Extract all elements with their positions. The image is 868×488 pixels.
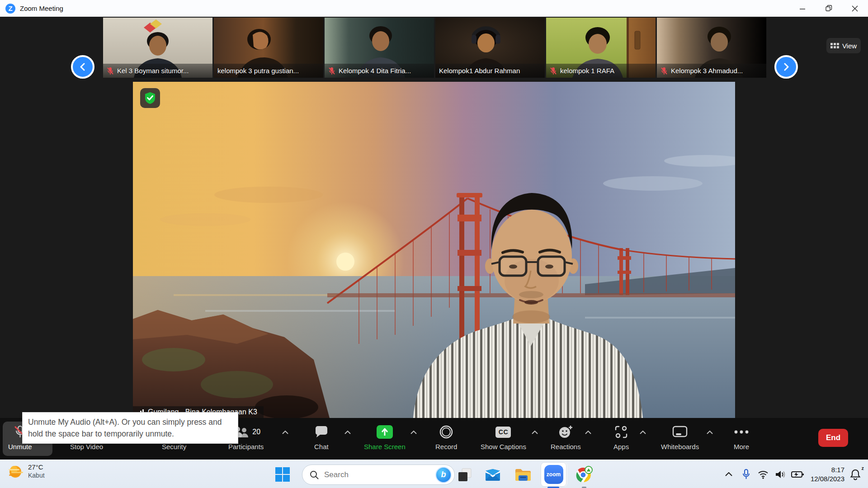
- more-label: More: [734, 443, 749, 450]
- meeting-security-badge[interactable]: [140, 88, 160, 108]
- chat-button[interactable]: Chat: [314, 424, 329, 450]
- apps-button[interactable]: Apps: [613, 424, 629, 450]
- window-titlebar: Z Zoom Meeting: [0, 0, 868, 17]
- participants-count: 20: [252, 428, 260, 436]
- participant-name-bar: Kelompok1 Abdur Rahman: [435, 64, 545, 78]
- clock-date: 12/08/2023: [811, 474, 844, 483]
- restore-button[interactable]: [816, 0, 842, 17]
- participant-name: kelompok 1 RAFA: [560, 67, 614, 75]
- search-input[interactable]: [323, 470, 435, 480]
- whiteboards-label: Whiteboards: [661, 443, 699, 450]
- whiteboards-button[interactable]: Whiteboards: [661, 424, 699, 450]
- participant-thumbnail[interactable]: Kelompok 4 Dita Fitria...: [325, 18, 434, 78]
- apps-chevron-icon[interactable]: [640, 428, 646, 436]
- more-dots-icon: [733, 424, 750, 440]
- bing-chat-icon[interactable]: b: [435, 467, 452, 483]
- share-screen-label: Share Screen: [364, 443, 406, 450]
- chat-chevron-icon[interactable]: [344, 428, 351, 436]
- participant-name: Kelompok1 Abdur Rahman: [439, 67, 520, 75]
- record-icon: [439, 424, 453, 440]
- system-tray: 8:17 12/08/2023 z: [720, 460, 868, 488]
- share-screen-chevron-icon[interactable]: [410, 428, 417, 436]
- weather-haze-icon: [7, 463, 24, 479]
- more-button[interactable]: More: [733, 424, 750, 450]
- volume-icon[interactable]: [772, 465, 789, 483]
- weather-widget[interactable]: 27°C Kabut: [7, 463, 45, 479]
- stacked-squares-app-icon[interactable]: [456, 466, 474, 484]
- windows-logo-icon: [275, 467, 290, 482]
- view-label: View: [842, 42, 857, 50]
- clock-time: 8:17: [831, 465, 844, 474]
- zoom-meeting-window: Z Zoom Meeting: [0, 0, 868, 488]
- whiteboards-chevron-icon[interactable]: [707, 428, 713, 436]
- muted-mic-icon: [660, 67, 668, 75]
- record-button[interactable]: Record: [435, 424, 457, 450]
- security-label: Security: [162, 443, 186, 450]
- participant-name-bar: Kelompok 3 Ahmadud...: [657, 64, 766, 78]
- participants-label: Participants: [228, 443, 264, 450]
- file-explorer-icon[interactable]: [514, 466, 532, 484]
- participant-name: kelompok 3 putra gustian...: [217, 67, 299, 75]
- tray-overflow-chevron-icon[interactable]: [720, 465, 737, 483]
- cc-icon: CC: [495, 427, 511, 438]
- shield-check-icon: [144, 92, 156, 104]
- show-captions-button[interactable]: CC Show Captions: [481, 424, 526, 450]
- show-captions-label: Show Captions: [481, 443, 526, 450]
- taskbar-clock[interactable]: 8:17 12/08/2023: [811, 465, 844, 483]
- apps-icon: [614, 424, 628, 440]
- participants-chevron-icon[interactable]: [282, 428, 288, 436]
- bell-zz-glyph: z: [862, 465, 864, 471]
- participant-thumbnail[interactable]: kelompok 1 RAFA: [546, 18, 656, 78]
- zoom-app-icon: zoom: [544, 465, 563, 484]
- battery-charging-icon[interactable]: [789, 465, 806, 483]
- participant-name-bar: kelompok 1 RAFA: [546, 64, 656, 78]
- search-icon: [310, 470, 319, 479]
- reactions-button[interactable]: Reactions: [551, 424, 581, 450]
- muted-mic-icon: [328, 67, 335, 75]
- chat-bubble-icon: [315, 424, 328, 440]
- share-screen-button[interactable]: Share Screen: [364, 424, 406, 450]
- reactions-label: Reactions: [551, 443, 581, 450]
- gallery-strip: Kel 3 Boyman situmor... kelompok 3 putra…: [103, 18, 766, 78]
- unmute-tooltip: Unmute My Audio (Alt+A). Or you can simp…: [22, 412, 238, 444]
- start-button[interactable]: [274, 466, 291, 483]
- notification-bell-dnd-icon[interactable]: z: [846, 465, 864, 483]
- unmute-label: Unmute: [8, 443, 32, 450]
- end-meeting-button[interactable]: End: [818, 429, 848, 447]
- meeting-area: Kel 3 Boyman situmor... kelompok 3 putra…: [0, 17, 868, 460]
- reactions-chevron-icon[interactable]: [585, 428, 591, 436]
- share-screen-icon: [377, 425, 393, 439]
- zoom-logo-icon: Z: [5, 4, 15, 14]
- zoom-taskbar-app[interactable]: zoom: [541, 462, 566, 487]
- muted-mic-icon: [107, 67, 114, 75]
- window-title: Zoom Meeting: [20, 5, 63, 12]
- chrome-app-icon[interactable]: [575, 466, 593, 484]
- muted-mic-icon: [550, 67, 557, 75]
- speaker-video-frame: [133, 82, 735, 418]
- participant-name: Kelompok 3 Ahmadud...: [671, 67, 743, 75]
- windows-taskbar: 27°C Kabut b zoom: [0, 460, 868, 488]
- gallery-prev-button[interactable]: [71, 55, 94, 79]
- record-label: Record: [435, 443, 457, 450]
- active-speaker-video[interactable]: Gumilang - Bina Kelembagaan K3: [133, 82, 735, 418]
- mail-app-icon[interactable]: [484, 466, 502, 484]
- mic-in-use-icon[interactable]: [737, 465, 755, 483]
- chat-label: Chat: [314, 443, 329, 450]
- apps-label: Apps: [613, 443, 629, 450]
- participant-name: Kelompok 4 Dita Fitria...: [339, 67, 411, 75]
- stop-video-label: Stop Video: [70, 443, 103, 450]
- participant-thumbnail[interactable]: Kel 3 Boyman situmor...: [103, 18, 212, 78]
- taskbar-search[interactable]: b: [302, 465, 455, 485]
- participant-thumbnail[interactable]: Kelompok1 Abdur Rahman: [435, 18, 545, 78]
- wifi-icon[interactable]: [755, 465, 772, 483]
- whiteboard-icon: [672, 424, 688, 440]
- gallery-next-button[interactable]: [774, 55, 798, 79]
- view-grid-icon: [830, 43, 839, 48]
- view-button[interactable]: View: [826, 38, 861, 53]
- captions-chevron-icon[interactable]: [532, 428, 538, 436]
- minimize-button[interactable]: [789, 0, 816, 17]
- participant-thumbnail[interactable]: kelompok 3 putra gustian...: [214, 18, 323, 78]
- close-button[interactable]: [842, 0, 868, 17]
- participant-thumbnail[interactable]: Kelompok 3 Ahmadud...: [657, 18, 766, 78]
- weather-temp: 27°C: [28, 463, 45, 472]
